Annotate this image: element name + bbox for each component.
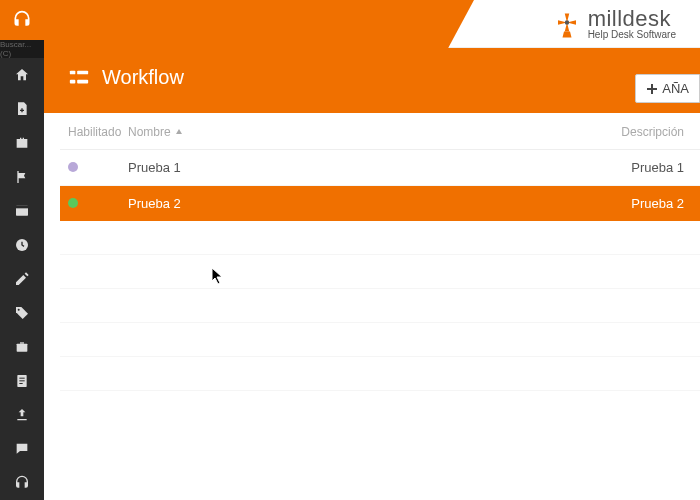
window-icon [14,203,30,219]
svg-rect-1 [16,206,28,209]
pencil-icon [14,271,30,287]
logo-bar: milldesk Help Desk Software [44,0,700,48]
page-title: Workflow [102,66,184,89]
svg-rect-10 [70,70,76,74]
sidebar-item-chat[interactable] [0,432,44,466]
table-row-empty [60,221,700,255]
col-enabled[interactable]: Habilitado [68,125,128,139]
row-name: Prueba 1 [128,160,602,175]
table-row-empty [60,323,700,357]
sidebar-item-clock[interactable] [0,228,44,262]
table-row-empty [60,255,700,289]
clock-icon [14,237,30,253]
sidebar-item-flag[interactable] [0,160,44,194]
row-name: Prueba 2 [128,196,602,211]
sidebar-item-form[interactable] [0,364,44,398]
windmill-icon [552,9,582,39]
add-button-label: AÑA [662,81,689,96]
brand-subtitle: Help Desk Software [588,30,676,40]
sort-asc-icon [175,128,183,136]
col-name[interactable]: Nombre [128,125,602,139]
briefcase-icon [14,135,30,151]
brand-logo: milldesk Help Desk Software [552,8,676,40]
suitcase-icon [14,339,30,355]
svg-rect-12 [70,79,76,83]
headset-icon [14,475,30,491]
status-dot-icon [68,162,78,172]
sidebar-item-tag[interactable] [0,296,44,330]
sidebar-item-pencil[interactable] [0,262,44,296]
row-description: Prueba 1 [602,160,692,175]
sidebar-item-home[interactable] [0,58,44,92]
sidebar-item-briefcase[interactable] [0,126,44,160]
home-icon [14,67,30,83]
svg-point-9 [564,20,569,25]
brand-name: milldesk [588,8,676,30]
table-row-empty [60,357,700,391]
chat-icon [14,441,30,457]
svg-rect-11 [77,70,88,74]
table-row[interactable]: Prueba 1Prueba 1 [60,150,700,186]
form-icon [14,373,30,389]
sidebar-item-suitcase[interactable] [0,330,44,364]
sidebar-search[interactable]: Buscar... (C) [0,40,44,58]
workflow-table: Habilitado Nombre Descripción Prueba 1Pr… [44,113,700,500]
plus-icon [646,83,658,95]
tag-icon [14,305,30,321]
workflow-icon [68,67,90,89]
sidebar-item-document-plus[interactable] [0,92,44,126]
sidebar-item-headset[interactable] [0,466,44,500]
svg-rect-6 [19,378,24,379]
svg-rect-8 [19,383,22,384]
sidebar-top-avatar[interactable] [0,0,44,40]
add-button[interactable]: AÑA [635,74,700,103]
table-row[interactable]: Prueba 2Prueba 2 [60,186,700,221]
svg-rect-13 [77,79,88,83]
headset-icon [12,10,32,30]
flag-icon [14,169,30,185]
svg-rect-7 [19,380,24,381]
svg-rect-4 [17,344,28,352]
table-header: Habilitado Nombre Descripción [60,113,700,150]
table-row-empty [60,289,700,323]
page-header: Workflow AÑA [44,48,700,113]
svg-point-3 [18,309,20,311]
status-dot-icon [68,198,78,208]
upload-icon [14,407,30,423]
sidebar-item-upload[interactable] [0,398,44,432]
col-description[interactable]: Descripción [602,125,692,139]
row-enabled [68,160,128,175]
sidebar-item-window[interactable] [0,194,44,228]
sidebar: Buscar... (C) [0,0,44,500]
row-enabled [68,196,128,211]
main-area: milldesk Help Desk Software Workflow AÑA… [44,0,700,500]
row-description: Prueba 2 [602,196,692,211]
document-plus-icon [14,101,30,117]
